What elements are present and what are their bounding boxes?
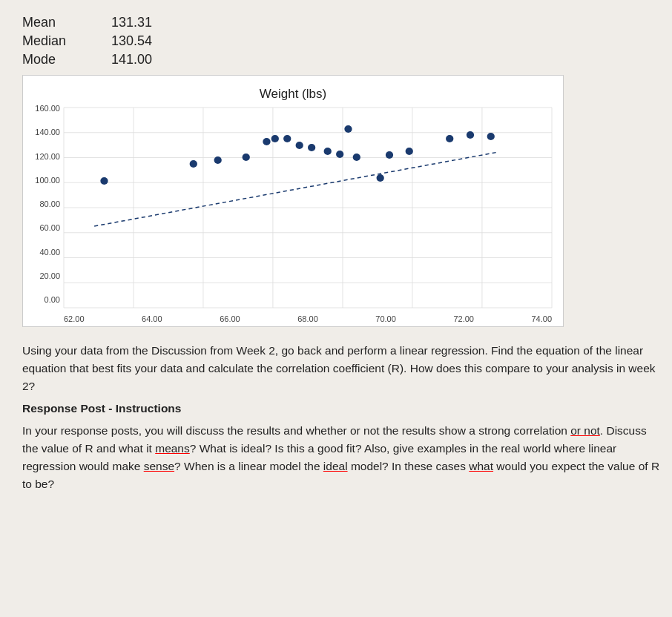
- mode-label: Mode: [22, 52, 111, 67]
- svg-point-22: [263, 138, 270, 145]
- stats-section: Mean 131.31 Median 130.54 Mode 141.00: [22, 15, 650, 67]
- underline-means: means: [155, 442, 190, 455]
- mode-row: Mode 141.00: [22, 52, 650, 67]
- x-axis-labels: 62.0064.0066.0068.0070.0072.0074.00: [64, 314, 552, 323]
- y-axis-label: 0.00: [24, 295, 60, 304]
- y-axis-label: 80.00: [24, 199, 60, 208]
- svg-point-31: [377, 174, 384, 182]
- mode-value: 141.00: [111, 52, 152, 67]
- paragraph1: Using your data from the Discussion from…: [22, 342, 660, 395]
- underline-or-not: or not: [570, 424, 600, 437]
- svg-point-27: [324, 148, 332, 155]
- svg-point-33: [406, 148, 413, 155]
- median-row: Median 130.54: [22, 33, 650, 49]
- chart-container: Weight (lbs): [22, 75, 564, 327]
- svg-point-34: [446, 135, 453, 142]
- median-label: Median: [22, 33, 111, 49]
- svg-point-29: [344, 125, 352, 133]
- y-axis-label: 40.00: [24, 248, 60, 257]
- x-axis-label: 74.00: [531, 314, 552, 323]
- svg-point-23: [271, 135, 279, 142]
- y-axis-labels: 0.0020.0040.0060.0080.00100.00120.00140.…: [24, 104, 60, 304]
- x-axis-label: 66.00: [220, 314, 240, 323]
- text-section: Using your data from the Discussion from…: [22, 342, 660, 493]
- y-axis-label: 160.00: [24, 104, 60, 113]
- y-axis-label: 140.00: [24, 128, 60, 136]
- y-axis-label: 100.00: [24, 176, 60, 185]
- mean-row: Mean 131.31: [22, 15, 650, 30]
- chart-svg: [64, 108, 552, 308]
- y-axis-label: 20.00: [24, 271, 60, 280]
- chart-canvas: [64, 108, 552, 308]
- svg-point-36: [487, 133, 495, 140]
- x-axis-label: 62.00: [64, 314, 85, 323]
- x-axis-label: 72.00: [453, 314, 474, 323]
- y-axis-label: 60.00: [24, 223, 60, 232]
- svg-point-32: [386, 151, 393, 159]
- svg-point-26: [308, 144, 315, 151]
- x-axis-label: 64.00: [142, 314, 162, 323]
- svg-point-28: [336, 151, 343, 158]
- y-axis-label: 120.00: [24, 152, 60, 161]
- chart-title: Weight (lbs): [34, 87, 552, 102]
- underline-what: what: [469, 460, 493, 472]
- underline-ideal: ideal: [323, 460, 348, 472]
- mean-value: 131.31: [111, 15, 152, 30]
- paragraph2: In your response posts, you will discuss…: [22, 422, 660, 493]
- x-axis-label: 70.00: [375, 314, 396, 323]
- bold-heading: Response Post - Instructions: [22, 400, 660, 418]
- mean-label: Mean: [22, 15, 111, 30]
- underline-sense: sense: [144, 460, 174, 472]
- x-axis-label: 68.00: [297, 314, 318, 323]
- svg-point-25: [296, 142, 303, 149]
- svg-point-35: [467, 131, 474, 139]
- svg-point-18: [100, 177, 108, 185]
- svg-line-17: [94, 152, 498, 226]
- svg-point-20: [214, 156, 222, 164]
- svg-point-21: [243, 154, 250, 161]
- svg-point-19: [190, 160, 197, 168]
- svg-point-24: [283, 135, 291, 142]
- median-value: 130.54: [111, 33, 152, 49]
- svg-point-30: [353, 154, 360, 161]
